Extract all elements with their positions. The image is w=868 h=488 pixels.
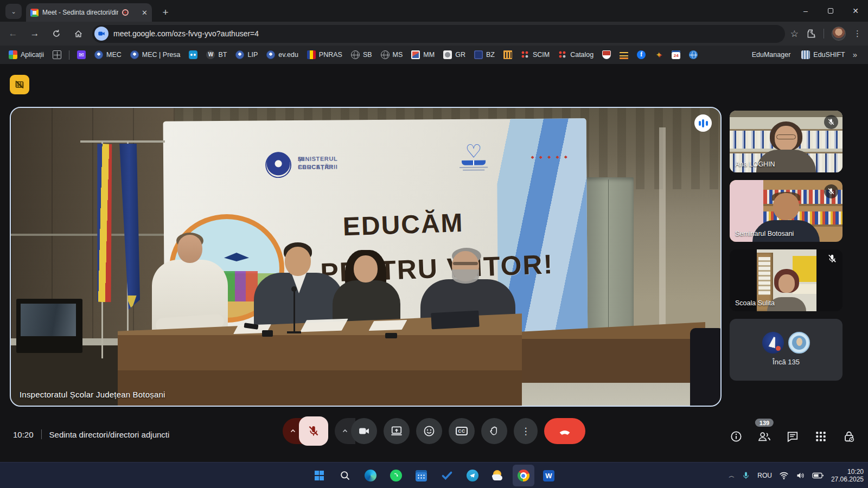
bookmark-mm[interactable]: MM (407, 49, 439, 61)
globe-gray-icon (351, 50, 360, 59)
bookmark-pdf24[interactable] (667, 49, 685, 61)
mic-muted-icon (824, 184, 838, 198)
whatsapp-taskbar-icon[interactable] (385, 465, 407, 486)
end-call-button[interactable] (544, 418, 585, 444)
edge-taskbar-icon[interactable] (360, 465, 381, 486)
bookmark-catalog[interactable]: Catalog (554, 49, 598, 61)
bookmark-star-icon[interactable]: ☆ (790, 28, 799, 40)
todo-taskbar-icon[interactable] (436, 465, 458, 486)
people-button[interactable]: 139 (757, 429, 771, 444)
bookmark-crest-red[interactable] (598, 49, 615, 61)
participant-tile-scoala-sulita[interactable]: Scoala Sulita (730, 249, 843, 311)
calendar-taskbar-icon[interactable] (411, 465, 432, 486)
bookmark-globe-blue[interactable] (685, 49, 702, 61)
bookmark-label: Catalog (570, 51, 593, 59)
more-options-button[interactable]: ⋮ (514, 418, 538, 444)
bookmark-lip[interactable]: LIP (231, 49, 262, 61)
bookmark-bt[interactable]: BT (202, 49, 231, 61)
word-taskbar-icon[interactable]: W (538, 465, 560, 486)
captions-button[interactable]: CC (449, 418, 475, 444)
edge-icon (365, 470, 376, 481)
bookmark-sb[interactable]: SB (347, 49, 376, 61)
meeting-details-button[interactable] (729, 429, 743, 444)
bookmark-gr[interactable]: GR (439, 49, 470, 61)
battery-icon[interactable] (812, 471, 824, 480)
bookmark-bz[interactable]: BZ (470, 49, 499, 61)
volume-icon[interactable] (796, 471, 805, 480)
window-maximize-button[interactable] (818, 0, 843, 22)
divider (41, 429, 42, 439)
weather-taskbar-icon[interactable] (487, 465, 509, 486)
telegram-taskbar-icon[interactable] (462, 465, 483, 486)
mic-mute-button[interactable] (299, 416, 328, 446)
new-tab-button[interactable]: + (158, 5, 173, 20)
participant-tile-ana-loghin[interactable]: Ana LOGHIN (730, 111, 843, 172)
language-indicator[interactable]: ROU (757, 472, 772, 479)
bookmark-badge-blue[interactable] (184, 49, 202, 61)
toolbar-divider (824, 29, 824, 38)
bookmark-bank-orange[interactable] (499, 49, 516, 61)
start-button[interactable] (309, 465, 330, 486)
profile-avatar[interactable] (832, 27, 846, 41)
reactions-button[interactable] (416, 418, 442, 444)
bookmark-edushift[interactable]: EduSHIFT (797, 49, 849, 61)
grid-outline-icon (53, 50, 61, 59)
bank-orange-icon (503, 50, 512, 59)
layout-warning-button[interactable] (10, 75, 29, 94)
tray-mic-icon[interactable] (742, 471, 750, 480)
address-bar[interactable]: meet.google.com/ozs-fvvg-yvo?authuser=4 (92, 25, 785, 43)
bookmark-scim[interactable]: SCIM (516, 49, 554, 61)
bookmarks-bar-right-items: EduManagerEduSHIFT (744, 49, 850, 61)
chat-button[interactable] (786, 429, 800, 444)
bookmark-facebook[interactable] (633, 49, 650, 61)
tab-close-icon[interactable]: ✕ (142, 9, 148, 16)
tray-overflow-chevron[interactable]: ︿ (729, 472, 735, 480)
wifi-icon[interactable] (779, 471, 789, 480)
people-icon (758, 430, 771, 443)
shield-blue-icon (266, 50, 275, 59)
shield-blue-icon (94, 50, 103, 59)
bookmark-pnras[interactable]: PNRAS (303, 49, 347, 61)
ministry-logo (265, 152, 291, 178)
back-button[interactable]: ← (4, 25, 22, 42)
raise-hand-button[interactable] (481, 418, 507, 444)
bookmark-mec-presa[interactable]: MEC | Presa (126, 49, 185, 61)
window-close-button[interactable]: ✕ (843, 0, 868, 22)
bookmarks-separator (69, 50, 69, 60)
more-participants-tile[interactable]: Încă 135 (730, 319, 843, 381)
present-button[interactable] (384, 418, 410, 444)
heart-book-logo: ♡ (456, 143, 491, 174)
bookmark-envelope-purple[interactable] (73, 49, 90, 61)
forward-button[interactable]: → (26, 25, 43, 42)
bookmark-ev-edu[interactable]: ev.edu (262, 49, 303, 61)
bookmark-ms[interactable]: MS (376, 49, 407, 61)
camera-button[interactable] (351, 418, 377, 444)
camera-icon (358, 425, 370, 437)
tab-search-button[interactable]: ⌄ (5, 4, 22, 19)
bookmark-lines-yellow[interactable] (615, 49, 633, 61)
bookmarks-bar: AplicațiiMECMEC | PresaBTLIPev.eduPNRASS… (0, 46, 868, 64)
apps-color-icon (9, 50, 17, 59)
browser-menu-icon[interactable]: ⋮ (853, 29, 861, 38)
participant-tile-seminarul-botosani[interactable]: Seminarul Botosani (730, 180, 843, 242)
bookmark-mec[interactable]: MEC (90, 49, 126, 61)
weather-icon (492, 470, 504, 481)
bookmark-spark[interactable] (650, 49, 667, 61)
bookmark-grid-outline[interactable] (48, 49, 66, 61)
chrome-taskbar-icon[interactable] (513, 465, 534, 486)
home-button[interactable] (69, 25, 87, 42)
extensions-icon[interactable] (806, 29, 816, 38)
active-tab[interactable]: Meet - Sedinta directori/dir ✕ (26, 3, 152, 22)
bookmark-edumanager[interactable]: EduManager (744, 49, 795, 61)
scene (730, 111, 843, 117)
host-controls-button[interactable] (842, 429, 856, 444)
bookmark-aplicații[interactable]: Aplicații (4, 49, 48, 61)
chevron-up-icon (342, 428, 348, 434)
search-button[interactable] (334, 465, 356, 486)
reload-button[interactable] (48, 25, 65, 42)
main-video-tile[interactable]: MINISTERUL EDUCAȚIEI ȘI CERCETĂRII ♡ ◆ ◆… (10, 107, 722, 407)
window-minimize-button[interactable]: – (793, 0, 818, 22)
taskbar-clock[interactable]: 10:20 27.06.2025 (831, 468, 864, 483)
activities-button[interactable] (814, 429, 828, 444)
bookmarks-overflow-button[interactable]: » (850, 50, 864, 60)
